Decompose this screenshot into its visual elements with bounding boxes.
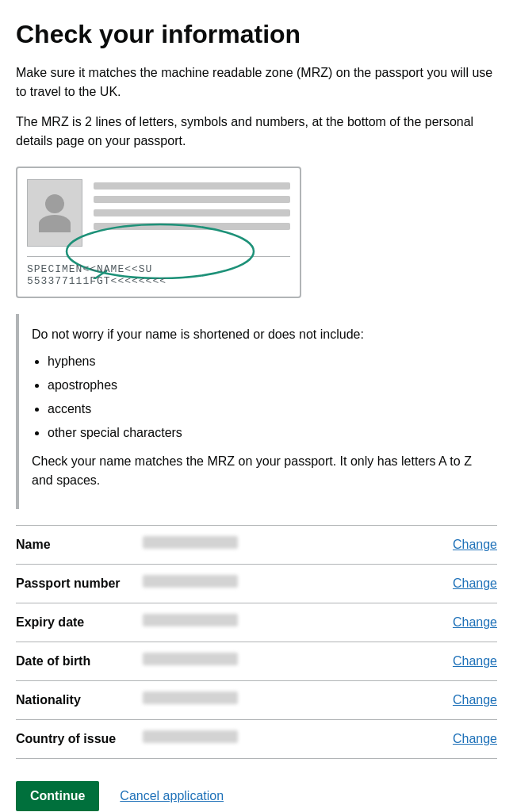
mrz-line-1: SPECIMEN<<NAME<<SU bbox=[27, 263, 290, 275]
table-row: Country of issueChange bbox=[16, 720, 497, 759]
intro-paragraph-2: The MRZ is 2 lines of letters, symbols a… bbox=[16, 113, 497, 151]
passport-detail-line bbox=[94, 223, 290, 230]
change-link-cell: Change bbox=[434, 642, 497, 681]
change-link-cell: Change bbox=[434, 681, 497, 720]
field-value bbox=[135, 681, 434, 720]
cancel-link[interactable]: Cancel application bbox=[120, 789, 224, 803]
mrz-text: SPECIMEN<<NAME<<SU 553377111FGT<<<<<<<< bbox=[27, 263, 290, 287]
table-row: Expiry dateChange bbox=[16, 603, 497, 642]
info-box: Do not worry if your name is shortened o… bbox=[16, 314, 497, 509]
list-item: hyphens bbox=[48, 352, 484, 371]
table-row: NationalityChange bbox=[16, 681, 497, 720]
inset-footer: Check your name matches the MRZ on your … bbox=[32, 452, 484, 490]
list-item: other special characters bbox=[48, 423, 484, 442]
list-item: apostrophes bbox=[48, 376, 484, 395]
change-link-name[interactable]: Change bbox=[453, 538, 497, 551]
passport-detail-line bbox=[94, 182, 290, 190]
inset-list: hyphens apostrophes accents other specia… bbox=[48, 352, 484, 442]
person-head-icon bbox=[45, 194, 64, 213]
table-row: Passport numberChange bbox=[16, 565, 497, 603]
info-table: NameChangePassport numberChangeExpiry da… bbox=[16, 525, 497, 759]
table-row: NameChange bbox=[16, 526, 497, 565]
field-label: Expiry date bbox=[16, 603, 135, 642]
passport-detail-line bbox=[94, 196, 290, 203]
actions-row: Continue Cancel application bbox=[16, 781, 497, 811]
page-title: Check your information bbox=[16, 19, 497, 49]
change-link-date-of-birth[interactable]: Change bbox=[453, 654, 497, 668]
field-label: Passport number bbox=[16, 565, 135, 603]
passport-details bbox=[94, 179, 290, 230]
field-label: Country of issue bbox=[16, 720, 135, 759]
change-link-cell: Change bbox=[434, 603, 497, 642]
change-link-passport-number[interactable]: Change bbox=[453, 576, 497, 590]
change-link-cell: Change bbox=[434, 720, 497, 759]
change-link-expiry-date[interactable]: Change bbox=[453, 615, 497, 629]
change-link-nationality[interactable]: Change bbox=[453, 693, 497, 707]
field-value bbox=[135, 526, 434, 565]
inset-heading: Do not worry if your name is shortened o… bbox=[32, 325, 484, 344]
list-item: accents bbox=[48, 400, 484, 419]
field-value bbox=[135, 642, 434, 681]
change-link-cell: Change bbox=[434, 526, 497, 565]
change-link-cell: Change bbox=[434, 565, 497, 603]
field-label: Date of birth bbox=[16, 642, 135, 681]
mrz-section: SPECIMEN<<NAME<<SU 553377111FGT<<<<<<<< bbox=[27, 256, 290, 297]
passport-photo bbox=[27, 179, 82, 247]
field-label: Nationality bbox=[16, 681, 135, 720]
field-label: Name bbox=[16, 526, 135, 565]
continue-button[interactable]: Continue bbox=[16, 781, 99, 811]
table-row: Date of birthChange bbox=[16, 642, 497, 681]
field-value bbox=[135, 565, 434, 603]
person-body-icon bbox=[39, 215, 71, 232]
passport-detail-line bbox=[94, 209, 290, 216]
mrz-line-2: 553377111FGT<<<<<<<< bbox=[27, 275, 290, 287]
field-value bbox=[135, 603, 434, 642]
change-link-country-of-issue[interactable]: Change bbox=[453, 732, 497, 745]
passport-illustration: SPECIMEN<<NAME<<SU 553377111FGT<<<<<<<< bbox=[16, 167, 301, 298]
intro-paragraph-1: Make sure it matches the machine readabl… bbox=[16, 63, 497, 102]
field-value bbox=[135, 720, 434, 759]
